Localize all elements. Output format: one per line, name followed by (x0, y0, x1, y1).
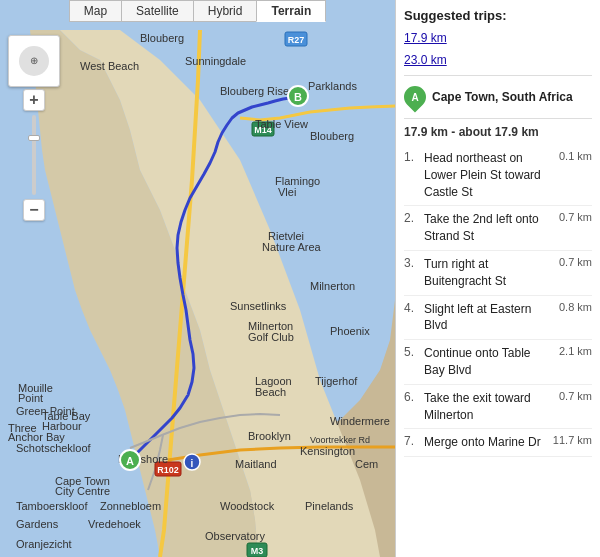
direction-text: Slight left at Eastern Blvd (424, 301, 544, 335)
trip-option-1[interactable]: 17.9 km (404, 29, 592, 47)
svg-text:B: B (294, 91, 302, 103)
direction-num: 4. (404, 301, 418, 315)
svg-text:Voortrekker Rd: Voortrekker Rd (310, 435, 370, 445)
pan-control[interactable]: ⊕ (8, 35, 60, 87)
svg-text:Kensington: Kensington (300, 445, 355, 457)
direction-item-1: 1. Head northeast on Lower Plein St towa… (404, 145, 592, 206)
svg-text:Oranjezicht: Oranjezicht (16, 538, 72, 550)
svg-text:Tamboerskloof: Tamboerskloof (16, 500, 88, 512)
svg-text:Golf Club: Golf Club (248, 331, 294, 343)
suggested-trips-title: Suggested trips: (404, 8, 592, 23)
direction-dist: 0.1 km (550, 150, 592, 162)
zoom-slider[interactable] (32, 115, 36, 195)
tab-terrain[interactable]: Terrain (256, 0, 326, 22)
svg-text:Gardens: Gardens (16, 518, 59, 530)
direction-dist: 0.7 km (550, 390, 592, 402)
direction-num: 7. (404, 434, 418, 448)
svg-text:Blouberg: Blouberg (140, 32, 184, 44)
destination-text: Cape Town, South Africa (432, 90, 573, 104)
tab-hybrid[interactable]: Hybrid (193, 0, 257, 22)
direction-dist: 0.7 km (550, 256, 592, 268)
trip-option-2[interactable]: 23.0 km (404, 51, 592, 69)
direction-item-4: 4. Slight left at Eastern Blvd 0.8 km (404, 296, 592, 341)
svg-text:Beach: Beach (255, 386, 286, 398)
tab-map[interactable]: Map (69, 0, 121, 22)
marker-a: A (399, 81, 430, 112)
svg-text:Pinelands: Pinelands (305, 500, 354, 512)
svg-text:R27: R27 (288, 35, 305, 45)
svg-text:Woodstock: Woodstock (220, 500, 275, 512)
svg-text:i: i (191, 458, 194, 469)
svg-text:Vredehoek: Vredehoek (88, 518, 141, 530)
direction-dist: 11.7 km (550, 434, 592, 446)
svg-text:Vlei: Vlei (278, 186, 296, 198)
route-summary: 17.9 km - about 17.9 km (404, 125, 592, 139)
svg-text:Zonnebloem: Zonnebloem (100, 500, 161, 512)
direction-item-2: 2. Take the 2nd left onto Strand St 0.7 … (404, 206, 592, 251)
svg-text:Tijgerhof: Tijgerhof (315, 375, 358, 387)
direction-item-6: 6. Take the exit toward Milnerton 0.7 km (404, 385, 592, 430)
direction-num: 6. (404, 390, 418, 404)
map-area: Map Satellite Hybrid Terrain R27 M14 Voo… (0, 0, 395, 557)
svg-text:Table View: Table View (255, 118, 308, 130)
zoom-in-button[interactable]: + (23, 89, 45, 111)
svg-text:Sunsetlinks: Sunsetlinks (230, 300, 287, 312)
map-controls: ⊕ + − (8, 35, 60, 221)
zoom-out-button[interactable]: − (23, 199, 45, 221)
zoom-slider-thumb[interactable] (28, 135, 40, 141)
svg-text:M3: M3 (251, 546, 264, 556)
svg-text:Phoenix: Phoenix (330, 325, 370, 337)
svg-text:Blouberg: Blouberg (310, 130, 354, 142)
divider-2 (404, 118, 592, 119)
svg-text:West Beach: West Beach (80, 60, 139, 72)
direction-num: 2. (404, 211, 418, 225)
direction-num: 1. (404, 150, 418, 164)
sidebar: Suggested trips: 17.9 km 23.0 km A Cape … (395, 0, 600, 557)
direction-item-7: 7. Merge onto Marine Dr 11.7 km (404, 429, 592, 457)
direction-text: Take the 2nd left onto Strand St (424, 211, 544, 245)
tab-satellite[interactable]: Satellite (121, 0, 193, 22)
marker-a-label: A (411, 92, 418, 103)
direction-dist: 0.7 km (550, 211, 592, 223)
svg-text:Cem: Cem (355, 458, 378, 470)
svg-text:R102: R102 (157, 465, 179, 475)
direction-item-3: 3. Turn right at Buitengracht St 0.7 km (404, 251, 592, 296)
direction-text: Turn right at Buitengracht St (424, 256, 544, 290)
svg-text:Brooklyn: Brooklyn (248, 430, 291, 442)
map-tabs: Map Satellite Hybrid Terrain (0, 0, 395, 22)
svg-text:Nature Area: Nature Area (262, 241, 322, 253)
svg-text:Blouberg Rise: Blouberg Rise (220, 85, 289, 97)
svg-text:Parklands: Parklands (308, 80, 357, 92)
direction-item-5: 5. Continue onto Table Bay Blvd 2.1 km (404, 340, 592, 385)
directions-list: 1. Head northeast on Lower Plein St towa… (404, 145, 592, 457)
direction-num: 3. (404, 256, 418, 270)
direction-dist: 0.8 km (550, 301, 592, 313)
direction-dist: 2.1 km (550, 345, 592, 357)
svg-text:Sunningdale: Sunningdale (185, 55, 246, 67)
svg-text:Maitland: Maitland (235, 458, 277, 470)
divider-1 (404, 75, 592, 76)
direction-text: Continue onto Table Bay Blvd (424, 345, 544, 379)
svg-text:Schotschekloof: Schotschekloof (16, 442, 92, 454)
svg-text:Windermere: Windermere (330, 415, 390, 427)
svg-text:Observatory: Observatory (205, 530, 265, 542)
destination-row: A Cape Town, South Africa (404, 82, 592, 112)
svg-text:A: A (126, 455, 134, 467)
svg-text:Point: Point (18, 392, 43, 404)
direction-text: Take the exit toward Milnerton (424, 390, 544, 424)
svg-text:Harbour: Harbour (42, 420, 82, 432)
direction-text: Merge onto Marine Dr (424, 434, 544, 451)
direction-text: Head northeast on Lower Plein St toward … (424, 150, 544, 200)
direction-num: 5. (404, 345, 418, 359)
svg-text:City Centre: City Centre (55, 485, 110, 497)
svg-text:Milnerton: Milnerton (310, 280, 355, 292)
